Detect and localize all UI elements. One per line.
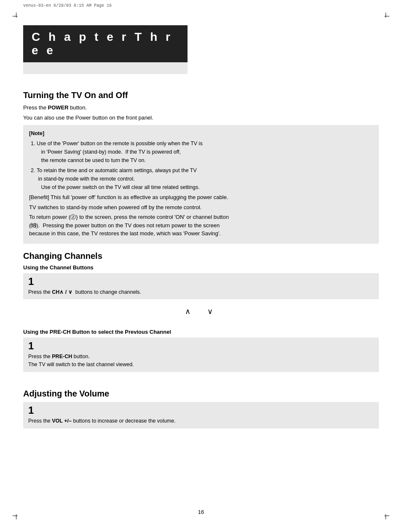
step-num-volume: 1 (28, 405, 374, 415)
chapter-subtitle-box (23, 62, 188, 74)
note-label: [Note] (29, 129, 373, 138)
chapter-title-box: C h a p t e r T h r e e (23, 25, 188, 62)
using-channel-buttons-label: Using the Channel Buttons (23, 264, 379, 271)
section-adjusting-volume-title: Adjusting the Volume (23, 389, 379, 399)
note-item-1: Use of the 'Power' button on the remote … (37, 139, 373, 165)
step-box-volume: 1 Press the VOL +/– buttons to increase … (23, 402, 379, 428)
note-box: [Note] Use of the 'Power' button on the … (23, 125, 379, 244)
section-turning-tv: Turning the TV On and Off Press the POWE… (23, 90, 379, 244)
step-text-prech: Press the PRE-CH button. The TV will swi… (28, 353, 374, 369)
section-changing-channels-title: Changing Channels (23, 251, 379, 261)
main-content: Turning the TV On and Off Press the POWE… (23, 90, 379, 433)
return-power-line: To return power (ⓩ) to the screen, press… (29, 213, 373, 238)
intro-line2: You can also use the Power button on the… (23, 114, 379, 122)
chapter-title: C h a p t e r T h r e e (32, 30, 173, 57)
corner-mark-tl (13, 13, 21, 21)
corner-mark-bl (13, 511, 21, 519)
benefit-text: [Benefit] This full 'power off' function… (29, 193, 373, 202)
section-turning-tv-title: Turning the TV On and Off (23, 90, 379, 100)
section-adjusting-volume: Adjusting the Volume 1 Press the VOL +/–… (23, 389, 379, 428)
step-text-channel: Press the CH∧ / ∨ buttons to change chan… (28, 288, 374, 296)
arrow-symbols: ∧ ∨ (23, 307, 379, 316)
file-info: venus-03-en 6/28/03 8:15 AM Page 16 (23, 3, 112, 8)
note-list: Use of the 'Power' button on the remote … (29, 139, 373, 192)
standby-line: TV switches to stand-by mode when powere… (29, 203, 373, 212)
step-box-channel: 1 Press the CH∧ / ∨ buttons to change ch… (23, 273, 379, 300)
prech-line2: The TV will switch to the last channel v… (28, 362, 134, 367)
intro-line1: Press the POWER button. (23, 104, 379, 112)
corner-mark-tr (381, 13, 389, 21)
chapter-header: C h a p t e r T h r e e (23, 25, 188, 74)
pre-ch-label: Using the PRE-CH Button to select the Pr… (23, 329, 379, 335)
step-text-volume: Press the VOL +/– buttons to increase or… (28, 417, 374, 425)
step-num-prech: 1 (28, 341, 374, 351)
corner-mark-br (381, 511, 389, 519)
page-number: 16 (198, 509, 204, 515)
pre-ch-section: Using the PRE-CH Button to select the Pr… (23, 329, 379, 372)
step-box-prech: 1 Press the PRE-CH button. The TV will s… (23, 338, 379, 372)
step-num-channel: 1 (28, 277, 374, 287)
section-changing-channels: Changing Channels Using the Channel Butt… (23, 251, 379, 372)
note-item-2: To retain the time and or automatic alar… (37, 166, 373, 192)
